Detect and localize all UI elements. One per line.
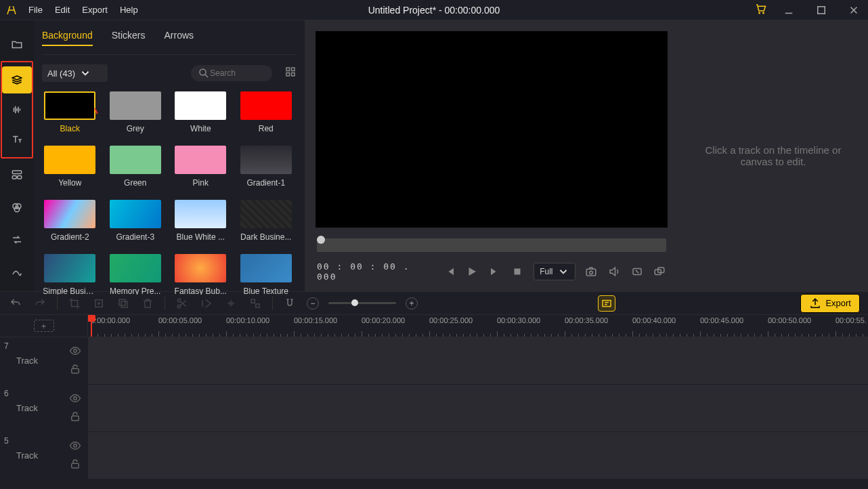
magnet-tool[interactable]	[282, 296, 297, 311]
zoom-knob[interactable]	[351, 299, 358, 306]
background-item[interactable]: Dark Busine...	[238, 200, 295, 242]
sidebar-effects[interactable]	[2, 194, 32, 221]
menu-file[interactable]: File	[28, 5, 43, 15]
speed-tool[interactable]	[199, 296, 214, 311]
group-tool[interactable]	[248, 296, 263, 311]
preview-scrubber[interactable]	[317, 236, 325, 244]
lock-icon[interactable]	[69, 410, 81, 425]
crop-tool[interactable]	[67, 296, 82, 311]
background-item[interactable]: Gradient-3	[108, 200, 164, 242]
background-item[interactable]: Simple Busin...	[42, 254, 98, 295]
visibility-icon[interactable]	[69, 440, 81, 454]
search-input[interactable]	[210, 68, 264, 78]
filter-dropdown[interactable]: All (43)	[42, 64, 108, 82]
background-swatch	[240, 254, 292, 282]
background-label: Grey	[127, 124, 144, 133]
maximize-button[interactable]	[811, 0, 831, 20]
visibility-icon[interactable]	[69, 392, 81, 406]
undo-button[interactable]	[8, 296, 23, 311]
background-label: Green	[124, 178, 146, 188]
menu-edit[interactable]: Edit	[55, 5, 70, 15]
prev-frame-button[interactable]	[443, 265, 456, 278]
track-header[interactable]: 6Track	[0, 385, 88, 431]
background-item[interactable]: Pink	[173, 146, 229, 188]
svg-rect-14	[286, 68, 290, 71]
menu-export[interactable]: Export	[82, 5, 108, 15]
menu-help[interactable]: Help	[120, 5, 138, 15]
track-header[interactable]: 5Track	[0, 432, 88, 479]
background-item[interactable]: Grey	[108, 91, 164, 133]
sidebar-audio[interactable]	[2, 96, 32, 123]
lock-icon[interactable]	[69, 363, 81, 377]
zoom-out-button[interactable]: −	[307, 297, 319, 310]
sidebar-text[interactable]	[2, 126, 32, 153]
add-track-button[interactable]: +	[34, 320, 54, 332]
playhead[interactable]	[91, 315, 92, 337]
sidebar-media[interactable]	[2, 31, 32, 58]
track-body[interactable]	[88, 385, 868, 431]
play-button[interactable]	[465, 265, 479, 278]
ruler-tick: 00:00:10.000	[226, 316, 269, 324]
background-item[interactable]: Fantasy Bub...	[173, 254, 229, 295]
sidebar-backgrounds[interactable]	[2, 66, 32, 93]
window-title: Untitled Project* - 00:00:00.000	[368, 5, 500, 16]
background-swatch	[110, 254, 161, 282]
background-label: Yellow	[58, 178, 81, 188]
background-item[interactable]: Black	[42, 91, 98, 133]
next-frame-button[interactable]	[488, 265, 502, 278]
delete-tool[interactable]	[140, 296, 155, 311]
sidebar-transitions[interactable]	[2, 226, 32, 253]
background-item[interactable]: Blue White ...	[173, 200, 229, 242]
search-box[interactable]	[191, 65, 272, 81]
warning-button[interactable]	[598, 295, 615, 312]
detach-button[interactable]	[653, 265, 666, 278]
track-body[interactable]	[88, 337, 868, 384]
background-item[interactable]: Gradient-1	[238, 146, 295, 188]
copy-tool[interactable]	[116, 296, 131, 311]
track-name: Track	[16, 450, 38, 461]
crop-button[interactable]	[630, 265, 644, 278]
zoom-in-button[interactable]: +	[406, 297, 418, 310]
background-item[interactable]: Green	[108, 146, 164, 188]
background-item[interactable]: Yellow	[42, 146, 98, 188]
redo-button[interactable]	[32, 296, 47, 311]
preview-pane: 00 : 00 : 00 . 000 Full	[305, 20, 678, 291]
lock-icon[interactable]	[69, 458, 81, 472]
grid-toggle-icon[interactable]	[284, 66, 297, 81]
preview-timeline[interactable]	[317, 238, 666, 252]
minimize-button[interactable]	[779, 0, 799, 20]
preview-canvas[interactable]	[316, 31, 668, 228]
track-header[interactable]: 7Track	[0, 337, 88, 384]
background-item[interactable]: Blue Texture	[238, 254, 295, 295]
background-swatch	[110, 200, 161, 228]
background-item[interactable]: White	[173, 91, 229, 133]
background-swatch	[44, 91, 95, 120]
close-button[interactable]	[844, 0, 864, 20]
cart-icon[interactable]	[754, 3, 766, 17]
background-swatch	[240, 200, 292, 228]
audio-tool[interactable]	[223, 296, 238, 311]
snapshot-button[interactable]	[585, 265, 599, 278]
zoom-slider[interactable]	[328, 302, 396, 304]
split-tool[interactable]	[175, 296, 190, 311]
ruler-main[interactable]: 0:00:00.00000:00:05.00000:00:10.00000:00…	[88, 315, 868, 337]
sidebar-draw[interactable]	[2, 259, 32, 286]
tab-stickers[interactable]: Stickers	[112, 30, 146, 46]
add-marker[interactable]	[91, 296, 106, 311]
visibility-icon[interactable]	[69, 345, 81, 359]
tab-arrows[interactable]: Arrows	[165, 30, 194, 46]
track-row: 5Track	[0, 432, 868, 480]
volume-button[interactable]	[607, 265, 621, 278]
display-mode-select[interactable]: Full	[534, 263, 575, 280]
track-body[interactable]	[88, 432, 868, 479]
sidebar-templates[interactable]	[2, 161, 32, 188]
tab-background[interactable]: Background	[42, 30, 93, 46]
stop-button[interactable]	[511, 265, 525, 278]
background-item[interactable]: Red	[238, 91, 295, 133]
ruler-tick: 00:00:40.000	[632, 316, 676, 324]
background-item[interactable]: Gradient-2	[42, 200, 98, 242]
background-label: White	[190, 124, 211, 133]
export-button[interactable]: Export	[800, 294, 860, 313]
background-label: Blue White ...	[177, 232, 225, 242]
background-item[interactable]: Memory Pre...	[108, 254, 164, 295]
